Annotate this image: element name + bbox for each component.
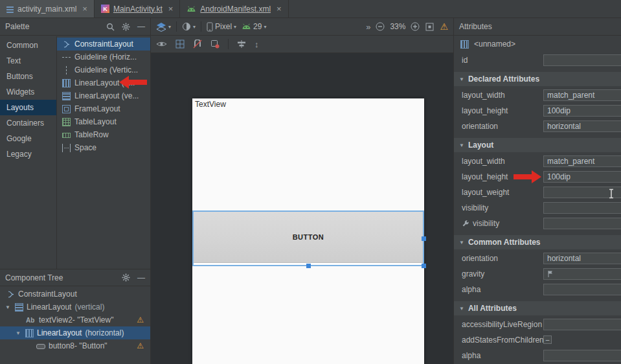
warning-icon[interactable]: ⚠ (137, 315, 144, 324)
device-selector[interactable]: Pixel ▾ (207, 22, 236, 32)
tab-mainactivity-kt[interactable]: K MainActivity.kt × (95, 0, 180, 17)
phone-icon (207, 22, 213, 32)
component-space[interactable]: Space (57, 141, 150, 154)
layout-width-field[interactable]: match_parent (543, 89, 621, 101)
layout-height-field[interactable]: 100dip (543, 105, 621, 117)
zoom-level: 33% (390, 22, 405, 31)
design-area: ▾ ▾ Pixel ▾ 29 ▾ » 33% (151, 18, 453, 364)
section-all-attributes[interactable]: ▼ All Attributes (454, 301, 621, 315)
component-tablerow[interactable]: TableRow (57, 128, 150, 141)
section-common-attributes[interactable]: ▼ Common Attributes (454, 235, 621, 249)
component-constraintlayout[interactable]: ConstraintLayout (57, 38, 150, 51)
tree-item-linearlayout-horizontal[interactable]: ▼ LinearLayout(horizontal) (0, 326, 150, 339)
close-icon[interactable]: × (82, 4, 87, 14)
category-text[interactable]: Text (0, 53, 56, 69)
attr-row-layout-height: layout_height 100dip (454, 169, 621, 185)
section-declared-attributes[interactable]: ▼ Declared Attributes (454, 72, 621, 86)
tools-visibility-field[interactable] (543, 218, 621, 229)
gravity-field[interactable] (543, 268, 621, 280)
tree-item-textview2[interactable]: Ab textView2- "TextView" ⚠ (0, 313, 150, 326)
gear-icon[interactable] (122, 273, 130, 282)
layout-height-field[interactable]: 100dip (543, 171, 621, 183)
addstatesfromchildren-checkbox[interactable]: – (543, 336, 552, 344)
category-containers[interactable]: Containers (0, 115, 56, 131)
align-center-button[interactable] (237, 40, 246, 49)
category-common[interactable]: Common (0, 38, 56, 53)
button-element[interactable]: BUTTON (194, 212, 423, 263)
api-level: 29 (253, 22, 262, 31)
component-guideline-vertical[interactable]: Guideline (Vertic... (57, 63, 150, 76)
layout-file-icon (6, 5, 14, 13)
device-artboard[interactable]: TextView BUTTON (192, 98, 424, 364)
design-canvas[interactable]: TextView BUTTON (151, 53, 453, 364)
tab-androidmanifest-xml[interactable]: AndroidManifest.xml × (180, 0, 288, 17)
view-options-button[interactable] (156, 40, 167, 48)
tab-activity-main-xml[interactable]: activity_main.xml × (0, 0, 95, 17)
tree-item-constraintlayout[interactable]: ConstraintLayout (0, 288, 150, 301)
category-layouts[interactable]: Layouts (0, 100, 56, 115)
alpha-field[interactable] (543, 284, 621, 295)
zoom-in-button[interactable] (411, 22, 420, 31)
warnings-button[interactable]: ⚠ (440, 21, 448, 32)
component-framelayout[interactable]: FrameLayout (57, 102, 150, 115)
selection-handle-right[interactable] (422, 236, 426, 241)
collapse-icon[interactable]: ▼ (16, 330, 22, 336)
orientation-field[interactable]: horizontal (543, 253, 621, 264)
minimize-icon[interactable]: — (137, 273, 145, 282)
close-icon[interactable]: × (168, 4, 174, 14)
zoom-to-fit-button[interactable] (425, 22, 435, 32)
section-layout[interactable]: ▼ Layout (454, 138, 621, 152)
theme-selector[interactable]: ▾ (182, 22, 196, 31)
gear-icon[interactable] (122, 23, 130, 31)
editor-tab-bar: activity_main.xml × K MainActivity.kt × … (0, 0, 621, 18)
palette-categories: Common Text Buttons Widgets Layouts Cont… (0, 36, 57, 269)
component-linearlayout-horizontal[interactable]: LinearLayout (h... (57, 76, 150, 89)
collapse-icon[interactable]: ▼ (5, 304, 12, 310)
guideline-horizontal-icon (62, 53, 71, 62)
component-linearlayout-vertical[interactable]: LinearLayout (ve... (57, 89, 150, 102)
warning-icon[interactable]: ⚠ (137, 341, 144, 350)
attr-row-layout-width-declared: layout_width match_parent (454, 87, 621, 103)
design-surface-selector[interactable]: ▾ (156, 22, 171, 32)
accessibilityliveregion-field[interactable] (543, 319, 621, 330)
autoconnect-toggle-button[interactable] (193, 40, 202, 49)
alpha-field[interactable] (543, 350, 621, 361)
component-guideline-horizontal[interactable]: Guideline (Horiz... (57, 51, 150, 63)
visibility-field[interactable] (543, 202, 621, 214)
minimize-icon[interactable]: — (137, 22, 145, 31)
tree-item-linearlayout-vertical[interactable]: ▼ LinearLayout(vertical) (0, 301, 150, 313)
attributes-header: Attributes (454, 18, 621, 36)
linearlayout-selection[interactable]: BUTTON (192, 210, 424, 266)
render-errors-button[interactable] (210, 40, 220, 49)
api-selector[interactable]: 29 ▾ (242, 22, 266, 31)
view-options-toolbar: ↕ (151, 36, 453, 53)
expand-vertical-button[interactable]: ↕ (254, 40, 259, 49)
category-buttons[interactable]: Buttons (0, 69, 56, 84)
zoom-out-button[interactable] (376, 22, 385, 31)
component-tablelayout[interactable]: TableLayout (57, 115, 150, 128)
layers-icon (156, 22, 166, 32)
category-widgets[interactable]: Widgets (0, 84, 56, 100)
tree-item-button8[interactable]: button8- "Button" ⚠ (0, 339, 150, 352)
layout-width-field[interactable]: match_parent (543, 155, 621, 167)
tablelayout-icon (62, 118, 71, 126)
layout-weight-field[interactable] (543, 187, 621, 198)
linearlayout-horizontal-icon (25, 329, 34, 337)
orientation-field[interactable]: horizontal (543, 120, 621, 132)
left-column: Palette — Common Text Buttons Widgets La… (0, 18, 151, 364)
close-icon[interactable]: × (277, 4, 282, 14)
attr-row-orientation-declared: orientation horizontal (454, 119, 621, 134)
textview-element[interactable]: TextView (195, 100, 226, 109)
chevron-down-icon: ▾ (264, 24, 266, 30)
toolbar-overflow-icon[interactable]: » (366, 22, 370, 32)
category-google[interactable]: Google (0, 131, 56, 146)
id-field[interactable] (543, 54, 621, 66)
component-tree-header: Component Tree — (0, 269, 150, 286)
selection-handle-corner[interactable] (422, 264, 426, 268)
tab-label: MainActivity.kt (113, 5, 163, 14)
blueprint-toggle-button[interactable] (175, 40, 185, 49)
constraintlayout-icon (6, 290, 15, 299)
selection-handle-bottom[interactable] (306, 264, 311, 268)
category-legacy[interactable]: Legacy (0, 146, 56, 162)
search-icon[interactable] (106, 23, 115, 31)
